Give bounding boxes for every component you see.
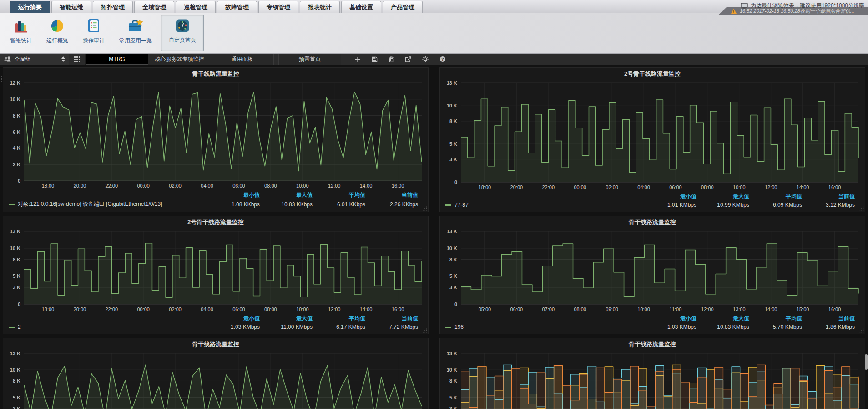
panel-title[interactable]: 2号骨干线路流量监控	[440, 68, 865, 80]
svg-text:8 K: 8 K	[449, 118, 457, 124]
quick-item-common-apps[interactable]: 常用应用一览	[112, 13, 159, 53]
resolution-notice: 为达最佳浏览效果，建议使用1920*1080分辨率	[741, 2, 864, 10]
stat-header-avg[interactable]: 平均值	[753, 315, 802, 322]
stat-header-max[interactable]: 最大值	[263, 191, 313, 199]
series-label[interactable]: 77-87	[445, 202, 644, 208]
series-label[interactable]: 2	[9, 324, 207, 330]
stat-header-cur[interactable]: 当前值	[369, 315, 418, 322]
svg-text:16:00: 16:00	[392, 307, 404, 312]
stat-header-avg[interactable]: 平均值	[753, 193, 802, 200]
tab-intelligent-ops[interactable]: 智能运维	[51, 1, 91, 13]
help-icon: ?	[439, 56, 446, 62]
panel-title[interactable]: 2号骨干线路流量监控	[3, 216, 428, 228]
dash-tab-mtrg[interactable]: MTRG	[86, 54, 148, 65]
quick-item-operation-audit[interactable]: 操作审计	[76, 13, 112, 53]
group-select[interactable]: 全局组	[0, 54, 69, 65]
pie-chart-icon	[50, 19, 65, 33]
stat-header-cur[interactable]: 当前值	[369, 191, 418, 199]
panel-resize-handle[interactable]	[859, 206, 864, 211]
dash-tab-core-server[interactable]: 核心服务器专项监控	[148, 54, 211, 65]
resolution-notice-text: 为达最佳浏览效果，建议使用1920*1080分辨率	[751, 2, 864, 10]
stat-header-min[interactable]: 最小值	[211, 191, 260, 199]
svg-text:00:00: 00:00	[574, 184, 586, 190]
stat-header-max[interactable]: 最大值	[700, 315, 749, 322]
traffic-chart[interactable]: 18:0020:0022:0000:0002:0004:0006:0008:00…	[440, 80, 865, 192]
svg-text:13 K: 13 K	[447, 351, 457, 356]
series-label[interactable]: 196	[445, 324, 644, 330]
stat-header-min[interactable]: 最小值	[647, 315, 696, 322]
stat-header-cur[interactable]: 当前值	[806, 315, 855, 322]
traffic-chart[interactable]: 13 K10 K8 K5 K3 K0	[3, 350, 428, 409]
panel-title[interactable]: 骨干线路流量监控	[440, 216, 865, 228]
tab-fault-mgmt[interactable]: 故障管理	[217, 1, 257, 13]
stat-header-min[interactable]: 最小值	[211, 315, 260, 322]
add-dashboard-button[interactable]	[355, 56, 361, 62]
svg-text:5 K: 5 K	[449, 395, 457, 400]
tab-running-summary[interactable]: 运行摘要	[10, 1, 50, 13]
stat-header-avg[interactable]: 平均值	[316, 191, 365, 199]
dash-tab-preset-home[interactable]: 预置首页	[278, 54, 341, 65]
dashboard-actions: ?	[355, 54, 446, 65]
svg-text:08:00: 08:00	[574, 307, 586, 312]
panel-title[interactable]: 骨干线路流量监控	[3, 338, 428, 350]
chart-panel-backbone2-2: 2号骨干线路流量监控 18:0020:0022:0000:0002:0004:0…	[3, 216, 429, 334]
svg-text:12:00: 12:00	[328, 307, 341, 312]
export-icon	[405, 56, 411, 62]
quick-item-running-overview[interactable]: 运行概览	[39, 13, 76, 53]
layout-grid-button[interactable]	[69, 54, 86, 65]
quick-item-label: 常用应用一览	[119, 37, 152, 45]
group-select-value: 全局组	[15, 56, 58, 63]
save-icon	[372, 56, 378, 62]
traffic-chart[interactable]: 05:0006:0007:0008:0009:0010:0011:0012:00…	[440, 228, 865, 314]
quick-item-custom-homepage[interactable]: 自定义首页	[161, 15, 204, 51]
settings-button[interactable]	[422, 56, 429, 62]
series-color-swatch	[445, 204, 451, 206]
svg-text:10:00: 10:00	[296, 307, 309, 312]
help-button[interactable]: ?	[439, 56, 446, 62]
delete-dashboard-button[interactable]	[389, 56, 394, 62]
tab-inspection-mgmt[interactable]: 巡检管理	[176, 1, 216, 13]
tab-report-stats[interactable]: 报表统计	[300, 1, 340, 13]
traffic-chart[interactable]: 18:0020:0022:0000:0002:0004:0006:0008:00…	[3, 80, 428, 190]
svg-text:06:00: 06:00	[669, 184, 682, 190]
export-dashboard-button[interactable]	[405, 56, 411, 62]
stat-avg-value: 5.70 KMbps	[753, 324, 802, 330]
svg-text:00:00: 00:00	[137, 183, 150, 189]
panel-title[interactable]: 骨干线路流量监控	[3, 68, 428, 80]
dash-tab-general-panel[interactable]: 通用面板	[211, 54, 274, 65]
svg-text:20:00: 20:00	[510, 184, 523, 190]
svg-text:16:00: 16:00	[828, 184, 841, 190]
stat-header-min[interactable]: 最小值	[647, 193, 696, 200]
traffic-chart[interactable]: 18:0020:0022:0000:0002:0004:0006:0008:00…	[3, 228, 428, 314]
save-dashboard-button[interactable]	[372, 56, 378, 62]
scrollbar-thumb[interactable]	[865, 354, 868, 370]
tab-global-mgmt[interactable]: 全域管理	[134, 1, 174, 13]
panel-resize-handle[interactable]	[423, 328, 427, 333]
quick-item-ops-statistics[interactable]: 智维统计	[3, 13, 39, 53]
panel-resize-handle[interactable]	[859, 328, 864, 333]
tab-topology-mgmt[interactable]: 拓扑管理	[93, 1, 133, 13]
svg-text:3 K: 3 K	[449, 157, 457, 162]
svg-text:09:00: 09:00	[606, 307, 618, 312]
series-label[interactable]: 对象:121.0.0.16[sw-demo] 设备端口 [GigabitEthe…	[9, 200, 207, 208]
tab-product-mgmt[interactable]: 产品管理	[383, 1, 423, 13]
svg-text:04:00: 04:00	[201, 183, 213, 189]
dashboard-gauge-icon	[175, 19, 190, 33]
series-color-swatch	[9, 327, 15, 328]
panel-resize-handle[interactable]	[423, 206, 427, 211]
stat-avg-value: 6.17 KMbps	[316, 324, 365, 330]
plus-icon	[355, 56, 361, 62]
stat-header-max[interactable]: 最大值	[263, 315, 313, 322]
stat-min-value: 1.03 KMbps	[211, 324, 260, 330]
panel-title[interactable]: 骨干线路流量监控	[440, 338, 865, 350]
tab-special-mgmt[interactable]: 专项管理	[258, 1, 298, 13]
stat-header-max[interactable]: 最大值	[700, 193, 749, 200]
stat-header-cur[interactable]: 当前值	[806, 193, 855, 200]
stat-header-avg[interactable]: 平均值	[316, 315, 365, 322]
traffic-chart[interactable]: 13 K10 K8 K5 K3 K0	[440, 350, 865, 409]
svg-text:22:00: 22:00	[106, 307, 118, 312]
tab-basic-settings[interactable]: 基础设置	[341, 1, 381, 13]
svg-text:11:00: 11:00	[670, 307, 682, 312]
stat-max-value: 11.00 KMbps	[263, 324, 313, 330]
vertical-scrollbar[interactable]	[864, 65, 868, 409]
